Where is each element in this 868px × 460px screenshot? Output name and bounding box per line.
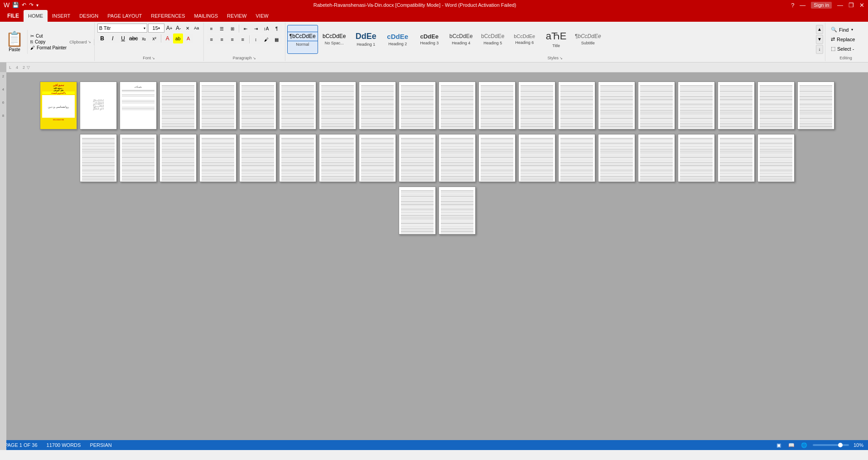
zoom-slider[interactable]: [813, 444, 849, 446]
find-button[interactable]: 🔍 Find ▾: [829, 26, 863, 34]
font-expand-icon[interactable]: ↘: [152, 56, 155, 60]
copy-button[interactable]: ⎘ Copy: [29, 39, 68, 45]
font-size-selector[interactable]: 15 ▾: [148, 24, 164, 33]
cut-button[interactable]: ✂ Cut: [29, 33, 68, 39]
page-thumb-12[interactable]: [478, 81, 516, 129]
help-button[interactable]: ?: [791, 2, 794, 9]
superscript-button[interactable]: x²: [149, 34, 159, 43]
page-thumb-22[interactable]: [120, 134, 157, 182]
tab-mailings[interactable]: MAILINGS: [190, 10, 223, 22]
web-layout-view-button[interactable]: 🌐: [800, 441, 808, 449]
window-controls[interactable]: ? — Sign in — ❐ ✕: [791, 2, 864, 9]
styles-scroll-up[interactable]: ▲: [816, 25, 823, 34]
reading-view-button[interactable]: 📖: [787, 441, 796, 449]
page-thumb-17[interactable]: [678, 81, 715, 129]
font-name-selector[interactable]: B Titr ▾: [97, 24, 147, 33]
page-thumb-5[interactable]: [199, 81, 236, 129]
page-thumb-25[interactable]: [239, 134, 276, 182]
page-thumb-38[interactable]: [757, 134, 795, 182]
borders-button[interactable]: ▦: [272, 34, 282, 44]
paste-button[interactable]: 📋 Paste: [2, 30, 28, 54]
show-formatting-button[interactable]: ¶: [272, 24, 282, 34]
page-thumb-8[interactable]: [319, 81, 356, 129]
page-thumb-23[interactable]: [159, 134, 197, 182]
page-thumb-32[interactable]: [518, 134, 555, 182]
page-thumb-20[interactable]: [797, 81, 834, 129]
justify-button[interactable]: ≡: [238, 34, 248, 44]
page-thumb-7[interactable]: [279, 81, 316, 129]
page-thumb-9[interactable]: [359, 81, 396, 129]
font-size-dropdown-icon[interactable]: ▾: [158, 26, 160, 30]
style-heading1[interactable]: DdEe Heading 1: [351, 25, 381, 54]
page-thumb-21[interactable]: [80, 134, 117, 182]
line-spacing-button[interactable]: ↕: [251, 34, 261, 44]
style-no-spacing[interactable]: bCcDdEe No Spac...: [319, 25, 350, 54]
tab-home[interactable]: HOME: [24, 10, 48, 22]
page-thumb-33[interactable]: [558, 134, 595, 182]
multilevel-list-button[interactable]: ⊞: [227, 24, 237, 34]
format-painter-button[interactable]: 🖌 Format Painter: [29, 45, 68, 51]
tab-insert[interactable]: INSERT: [48, 10, 75, 22]
increase-indent-button[interactable]: ⇥: [251, 24, 261, 34]
page-thumb-35[interactable]: [638, 134, 675, 182]
page-thumb-26[interactable]: [279, 134, 316, 182]
page-thumb-11[interactable]: [439, 81, 476, 129]
align-left-button[interactable]: ≡: [207, 34, 217, 44]
page-thumb-30[interactable]: [439, 134, 476, 182]
style-heading5[interactable]: bCcDdEe Heading 5: [477, 25, 508, 54]
quick-access-toolbar[interactable]: W 💾 ↶ ↷ ▾: [4, 1, 39, 9]
style-heading6[interactable]: bCcDdEe Heading 6: [509, 25, 540, 54]
increase-font-button[interactable]: A+: [165, 24, 174, 32]
page-thumb-16[interactable]: [638, 81, 675, 129]
align-right-button[interactable]: ≡: [227, 34, 237, 44]
styles-scroll-down[interactable]: ▼: [816, 35, 823, 44]
bullets-button[interactable]: ≡: [207, 24, 217, 34]
page-thumb-29[interactable]: [399, 134, 436, 182]
undo-icon[interactable]: ↶: [22, 2, 26, 8]
page-thumb-13[interactable]: [518, 81, 555, 129]
tab-page-layout[interactable]: PAGE LAYOUT: [103, 10, 146, 22]
print-layout-view-button[interactable]: ▣: [775, 441, 783, 449]
bold-button[interactable]: B: [97, 34, 107, 43]
tab-design[interactable]: DESIGN: [75, 10, 103, 22]
strikethrough-button[interactable]: abc: [129, 34, 139, 43]
page-thumb-3[interactable]: دانشگاه: [120, 81, 157, 129]
page-thumb-14[interactable]: [558, 81, 595, 129]
page-thumb-31[interactable]: [478, 134, 516, 182]
italic-button[interactable]: I: [108, 34, 118, 43]
page-thumb-18[interactable]: [718, 81, 755, 129]
font-case-button[interactable]: Aa: [193, 24, 201, 32]
replace-button[interactable]: ⇄ Replace: [829, 35, 863, 43]
sign-in-button[interactable]: Sign in: [811, 2, 832, 9]
style-subtitle[interactable]: ¶bCcDdEe Subtitle: [573, 25, 603, 54]
subscript-button[interactable]: x₂: [139, 34, 149, 43]
page-thumb-4[interactable]: [159, 81, 197, 129]
page-thumb-19[interactable]: [757, 81, 795, 129]
text-color-button[interactable]: A: [163, 34, 173, 43]
sort-button[interactable]: ↕A: [261, 24, 271, 34]
font-color-button[interactable]: A: [183, 34, 193, 43]
page-thumb-37[interactable]: [718, 134, 755, 182]
style-heading4[interactable]: bCcDdEe Heading 4: [446, 25, 477, 54]
page-thumb-36[interactable]: [678, 134, 715, 182]
numbering-button[interactable]: ☰: [217, 24, 227, 34]
decrease-font-button[interactable]: A-: [174, 24, 183, 32]
find-dropdown-icon[interactable]: ▾: [851, 28, 853, 32]
page-thumb-28[interactable]: [359, 134, 396, 182]
underline-button[interactable]: U: [118, 34, 128, 43]
decrease-indent-button[interactable]: ⇤: [241, 24, 251, 34]
style-title[interactable]: aЋЕ Title: [541, 25, 572, 54]
ribbon-collapse-button[interactable]: —: [800, 2, 805, 9]
close-button[interactable]: ✕: [859, 2, 864, 9]
page-thumb-35-last[interactable]: [399, 187, 436, 235]
page-thumb-34[interactable]: [598, 134, 635, 182]
highlight-color-button[interactable]: ab: [173, 34, 183, 43]
font-name-dropdown-icon[interactable]: ▾: [144, 26, 145, 30]
page-thumb-36-last[interactable]: [439, 187, 476, 235]
tab-file[interactable]: FILE: [3, 10, 24, 22]
tab-review[interactable]: REVIEW: [222, 10, 251, 22]
maximize-button[interactable]: ❐: [849, 2, 854, 9]
page-thumb-10[interactable]: [399, 81, 436, 129]
align-center-button[interactable]: ≡: [217, 34, 227, 44]
paragraph-expand-icon[interactable]: ↘: [253, 56, 256, 60]
